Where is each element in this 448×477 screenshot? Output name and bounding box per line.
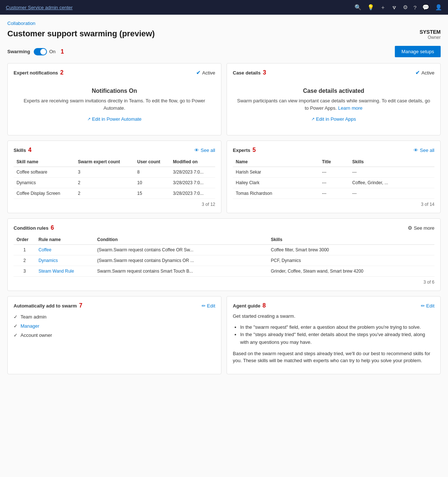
check-icon: ✓ [14, 332, 18, 338]
skills-col-modified: Modified on [170, 157, 215, 167]
auto-add-items: ✓ Team admin ✓ Manager ✓ Account owner [14, 314, 215, 338]
agent-guide-title: Agent guide 8 [233, 302, 266, 309]
skills-header: Skills 4 👁 See all [14, 147, 215, 153]
skills-count: 3 of 12 [14, 202, 215, 207]
manage-setups-button[interactable]: Manage setups [395, 46, 441, 57]
rule-name[interactable]: Steam Wand Rule [36, 266, 94, 277]
eye-icon-2: 👁 [414, 148, 418, 153]
swarming-label: Swarming [7, 49, 30, 54]
list-item: In the "swarm request" field, enter a qu… [240, 324, 434, 331]
gear-icon[interactable]: ⚙ [403, 4, 408, 11]
skill-user-count: 8 [134, 167, 170, 178]
skills-experts-grid: Skills 4 👁 See all Skill name Swarm expe… [7, 141, 441, 213]
step-badge-4: 4 [28, 147, 32, 153]
rule-condition: (Swarm.Swarm request contains Coffee OR … [94, 245, 268, 255]
external-link-icon: ↗ [87, 117, 91, 121]
toggle-knob [40, 49, 46, 55]
owner-label: Owner [419, 35, 441, 40]
help-icon[interactable]: ? [414, 4, 416, 11]
skill-name: Coffee software [14, 167, 75, 178]
step-badge-8: 8 [262, 302, 266, 309]
app-title[interactable]: Customer Service admin center [6, 5, 350, 10]
condition-rules-card: Condition rules 6 ⚙ See more Order Rule … [7, 218, 441, 291]
table-row: Harish Sekar --- --- [233, 167, 434, 178]
rule-name[interactable]: Dynamics [36, 255, 94, 266]
skill-modified-on: 3/28/2023 7:0... [170, 167, 215, 178]
check-icon: ✓ [14, 314, 18, 320]
rule-condition: Swarm.Swarm request contains Smart Touch… [94, 266, 268, 277]
skill-expert-count: 3 [75, 167, 134, 178]
system-owner-block: SYSTEM Owner [419, 29, 441, 40]
step-badge-5: 5 [253, 147, 256, 153]
condition-rules-see-more-link[interactable]: ⚙ See more [408, 225, 434, 231]
agent-bullets: In the "swarm request" field, enter a qu… [233, 324, 434, 346]
auto-item-label: Manager [21, 323, 39, 329]
agent-intro: Get started creating a swarm. [233, 313, 434, 320]
case-details-card-title: Case details activated [236, 88, 431, 94]
experts-col-name: Name [233, 157, 319, 167]
experts-see-all-link[interactable]: 👁 See all [414, 148, 434, 153]
bottom-grid: Automatically add to swarm 7 ✏ Edit ✓ Te… [7, 296, 441, 374]
toggle-switch[interactable] [34, 48, 47, 55]
expert-title: --- [319, 178, 349, 188]
skills-col-user: User count [134, 157, 170, 167]
condition-rules-header: Condition rules 6 ⚙ See more [14, 225, 434, 231]
filter-icon[interactable]: ⛛ [392, 4, 397, 11]
step-badge-6: 6 [51, 225, 54, 231]
toggle-on-label: On [49, 49, 55, 54]
table-row: 1 Coffee (Swarm.Swarm request contains C… [14, 245, 434, 255]
rule-skills: PCF, Dynamics [268, 255, 434, 266]
agent-closing: Based on the swarm request and steps alr… [233, 350, 434, 364]
external-link-icon-2: ↗ [311, 117, 315, 121]
top-navigation: Customer Service admin center 🔍 💡 ＋ ⛛ ⚙ … [0, 0, 448, 15]
skills-see-all-link[interactable]: 👁 See all [194, 148, 215, 153]
search-icon[interactable]: 🔍 [355, 4, 361, 11]
person-icon[interactable]: 👤 [435, 4, 442, 11]
rule-name[interactable]: Coffee [36, 245, 94, 255]
rule-skills: Grinder, Coffee, Steam wand, Smart brew … [268, 266, 434, 277]
condition-rules-count: 3 of 6 [14, 280, 434, 285]
edit-power-automate-link[interactable]: ↗ Edit in Power Automate [87, 116, 142, 122]
skill-modified-on: 3/28/2023 7:0... [170, 188, 215, 199]
table-row: Coffee Display Screen 2 15 3/28/2023 7:0… [14, 188, 215, 199]
table-row: Tomas Richardson --- --- [233, 188, 434, 199]
experts-count: 3 of 14 [233, 202, 434, 207]
step-badge-1: 1 [60, 48, 64, 55]
expert-notifications-title: Expert notifications 2 [14, 69, 63, 76]
list-item: ✓ Team admin [14, 314, 215, 320]
expert-skills: --- [349, 167, 434, 178]
swarming-row: Swarming On 1 Manage setups [7, 46, 441, 57]
notif-card-desc: Experts are receiving swarm invitations … [17, 97, 212, 112]
experts-col-title: Title [319, 157, 349, 167]
auto-add-edit-link[interactable]: ✏ Edit [202, 303, 215, 309]
check-icon: ✓ [14, 323, 18, 329]
auto-item-label: Account owner [21, 332, 52, 338]
rule-order: 2 [14, 255, 36, 266]
expert-skills: --- [349, 188, 434, 199]
table-row: Dynamics 2 10 3/28/2023 7:0... [14, 178, 215, 188]
lightbulb-icon[interactable]: 💡 [367, 4, 374, 11]
edit-icon-2: ✏ [421, 303, 425, 309]
expert-name: Tomas Richardson [233, 188, 319, 199]
expert-skills: Coffee, Grinder, ... [349, 178, 434, 188]
learn-more-link[interactable]: Learn more [338, 105, 362, 111]
condition-rules-table: Order Rule name Condition Skills 1 Coffe… [14, 235, 434, 277]
swarming-toggle[interactable]: On [34, 48, 55, 55]
auto-item-label: Team admin [21, 314, 47, 320]
edit-power-apps-link[interactable]: ↗ Edit in Power Apps [311, 116, 356, 122]
rules-col-rulename: Rule name [36, 235, 94, 245]
chat-icon[interactable]: 💬 [422, 4, 429, 11]
breadcrumb[interactable]: Collaboration [7, 21, 441, 26]
skills-col-expert: Swarm expert count [75, 157, 134, 167]
experts-table: Name Title Skills Harish Sekar --- --- H… [233, 157, 434, 199]
agent-guide-edit-link[interactable]: ✏ Edit [421, 303, 434, 309]
auto-add-header: Automatically add to swarm 7 ✏ Edit [14, 302, 215, 309]
nav-icon-group: 🔍 💡 ＋ ⛛ ⚙ ? 💬 👤 [355, 4, 442, 11]
expert-name: Harish Sekar [233, 167, 319, 178]
active-badge-notifications: ✔ Active [196, 69, 215, 76]
skill-user-count: 10 [134, 178, 170, 188]
plus-icon[interactable]: ＋ [380, 4, 386, 11]
expert-title: --- [319, 188, 349, 199]
list-item: In the "steps already tried" field, ente… [240, 331, 434, 346]
skill-expert-count: 2 [75, 188, 134, 199]
